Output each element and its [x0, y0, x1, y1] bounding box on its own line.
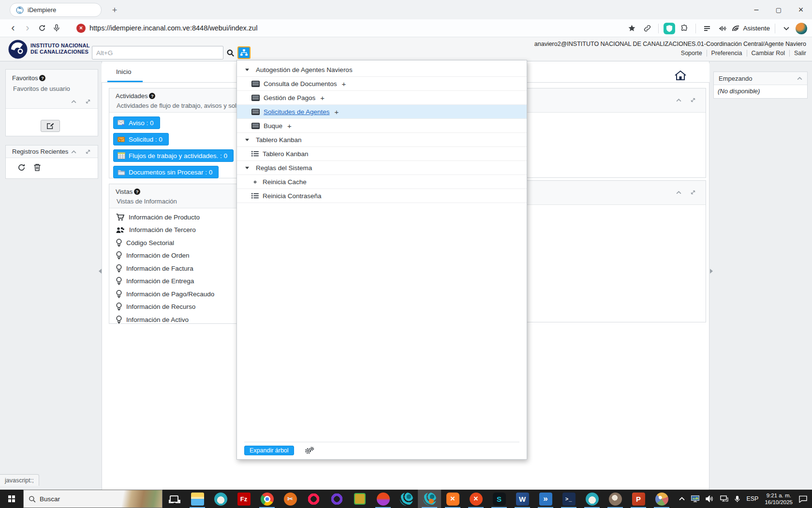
menu-item-plus-icon[interactable]: +	[287, 122, 292, 130]
hidden-icons-chevron[interactable]	[679, 497, 685, 501]
menu-settings-gears-icon[interactable]	[305, 447, 314, 454]
file-explorer-icon[interactable]	[186, 490, 209, 508]
tab-tuner-icon[interactable]	[716, 22, 729, 35]
language-indicator[interactable]: ESP	[746, 495, 758, 502]
notification-center-icon[interactable]	[799, 495, 807, 503]
close-button[interactable]	[790, 0, 812, 19]
menu-buque[interactable]: Buque +	[237, 119, 527, 133]
menu-reinicia-cache[interactable]: Reinicia Cache	[237, 175, 527, 189]
powerpoint-icon[interactable]: P	[627, 490, 650, 508]
help-icon[interactable]	[149, 93, 155, 99]
global-search-input[interactable]	[92, 46, 223, 59]
capture-tool-icon[interactable]	[348, 490, 371, 508]
collapse-caret-icon[interactable]	[245, 69, 249, 71]
menu-consulta-documentos[interactable]: Consulta de Documentos +	[237, 77, 527, 91]
filezilla-icon[interactable]: Fz	[232, 490, 255, 508]
microphone-icon[interactable]	[49, 22, 64, 34]
help-icon[interactable]	[134, 189, 140, 195]
menu-item-label[interactable]: Reglas del Sistema	[256, 164, 312, 172]
volume-icon[interactable]	[706, 495, 714, 502]
menu-item-label[interactable]: Autogestión de Agentes Navieros	[256, 66, 353, 73]
menu-item-label[interactable]: Gestión de Pagos	[264, 94, 315, 102]
help-icon[interactable]	[39, 75, 45, 81]
link-cambiar-rol[interactable]: Cambiar Rol	[747, 50, 790, 57]
collapse-icon[interactable]	[676, 99, 681, 102]
assistant-button[interactable]: Asistente	[732, 25, 770, 32]
expand-tree-button[interactable]: Expandir árbol	[244, 446, 294, 455]
microphone-tray-icon[interactable]	[735, 495, 740, 503]
opera-icon[interactable]	[325, 490, 348, 508]
link-soporte[interactable]: Soporte	[677, 50, 707, 57]
trash-icon[interactable]	[33, 163, 41, 172]
bookmark-star-icon[interactable]	[625, 22, 638, 35]
reload-button[interactable]	[35, 22, 49, 34]
workflow-activities-button[interactable]: Flujos de trabajo y actividades. : 0	[113, 149, 234, 162]
gimp-icon[interactable]	[604, 490, 627, 508]
menu-tree-button[interactable]	[237, 46, 251, 59]
chrome-icon[interactable]	[255, 490, 279, 508]
browser-tab[interactable]: iDempiere	[10, 3, 102, 17]
start-button[interactable]	[0, 490, 23, 508]
extensions-puzzle-icon[interactable]	[678, 22, 691, 35]
menu-solicitudes-agentes[interactable]: Solicitudes de Agentes +	[237, 105, 527, 119]
request-button[interactable]: Solicitud : 0	[113, 133, 169, 145]
collapse-icon[interactable]	[71, 150, 76, 154]
opera-gx-icon[interactable]	[302, 490, 325, 508]
back-button[interactable]	[6, 22, 20, 34]
powershell-icon[interactable]: >_	[557, 490, 580, 508]
taskbar-search[interactable]: Buscar	[23, 490, 162, 508]
menu-item-plus-icon[interactable]: +	[320, 94, 325, 102]
teal-dog-app-icon[interactable]	[209, 490, 232, 508]
monkey-browser-icon[interactable]	[371, 490, 395, 508]
maximize-button[interactable]	[768, 0, 790, 19]
expand-icon[interactable]	[85, 149, 91, 155]
forward-button[interactable]	[20, 22, 35, 34]
site-blocked-icon[interactable]	[76, 24, 86, 33]
share-link-icon[interactable]	[641, 22, 653, 35]
minimize-button[interactable]	[745, 0, 768, 19]
menu-gestion-pagos[interactable]: Gestión de Pagos +	[237, 91, 527, 105]
collapse-icon[interactable]	[71, 100, 76, 103]
profile-avatar[interactable]	[796, 23, 807, 34]
adblock-shield-icon[interactable]	[664, 23, 675, 34]
menu-reinicia-contrasena[interactable]: Reinicia Contraseña	[237, 189, 527, 203]
menu-item-label[interactable]: Tablero Kanban	[256, 136, 302, 144]
wave-app-active-icon[interactable]	[418, 490, 441, 508]
new-tab-button[interactable]	[109, 4, 120, 16]
menu-item-plus-icon[interactable]: +	[342, 80, 346, 88]
menu-item-label[interactable]: Buque	[264, 122, 282, 130]
menu-group-tablero-kanban[interactable]: Tablero Kanban	[237, 133, 527, 147]
menu-item-label[interactable]: Tablero Kanban	[263, 150, 309, 158]
right-sidebar-collapse-handle[interactable]	[710, 269, 713, 274]
refresh-icon[interactable]	[17, 163, 26, 172]
network-icon[interactable]	[720, 495, 728, 502]
menu-group-reglas-sistema[interactable]: Reglas del Sistema	[237, 161, 527, 175]
url-text[interactable]: https://idempiere.incanal.com.ve:8448/we…	[89, 24, 257, 32]
search-icon[interactable]	[224, 46, 236, 59]
wave-app-icon[interactable]	[395, 490, 418, 508]
menu-item-label[interactable]: Reinicia Cache	[263, 178, 307, 186]
collapse-icon[interactable]	[797, 77, 802, 80]
task-view-icon[interactable]	[162, 490, 186, 508]
menu-item-label[interactable]: Solicitudes de Agentes	[264, 108, 330, 116]
tab-inicio[interactable]: Inicio	[116, 68, 132, 75]
unprocessed-documents-button[interactable]: Documentos sin Procesar : 0	[113, 166, 219, 178]
word-icon[interactable]: W	[511, 490, 534, 508]
menu-item-label[interactable]: Reinicia Contraseña	[263, 192, 322, 200]
vscode-icon[interactable]: »	[534, 490, 557, 508]
menu-tablero-kanban[interactable]: Tablero Kanban	[237, 147, 527, 161]
collapse-caret-icon[interactable]	[245, 139, 249, 141]
reading-list-icon[interactable]	[701, 22, 713, 35]
paint-icon[interactable]	[650, 490, 673, 508]
display-tray-icon[interactable]	[691, 495, 699, 502]
link-preferencia[interactable]: Preferencia	[707, 50, 747, 57]
menu-item-label[interactable]: Consulta de Documentos	[264, 80, 337, 87]
notice-button[interactable]: Aviso : 0	[113, 116, 160, 129]
snipping-tool-icon[interactable]: ✂	[279, 490, 302, 508]
clock[interactable]: 9:21 a. m. 16/10/2025	[765, 492, 793, 506]
menu-item-plus-icon[interactable]: +	[335, 108, 339, 116]
expand-icon[interactable]	[690, 189, 696, 195]
edit-favorites-button[interactable]	[41, 120, 60, 132]
teal-dog-app2-icon[interactable]	[580, 490, 604, 508]
chevron-down-icon[interactable]	[780, 22, 793, 35]
